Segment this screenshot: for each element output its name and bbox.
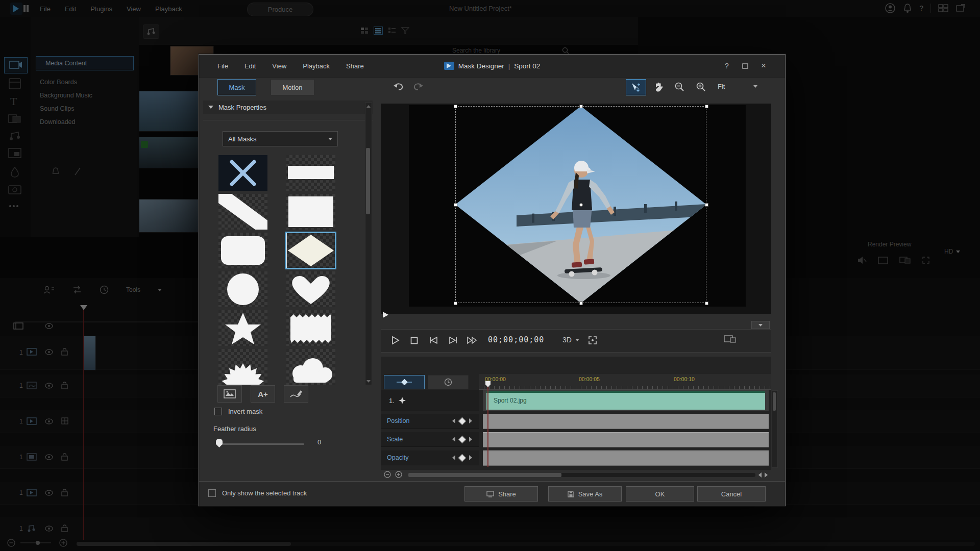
mask-list-scrollbar[interactable]: [365, 103, 372, 385]
zoom-in-tool-button[interactable]: [692, 79, 709, 94]
zoom-fit-dropdown[interactable]: Fit: [718, 83, 757, 90]
collapse-panel-button[interactable]: [751, 321, 770, 329]
prev-keyframe-icon[interactable]: [452, 455, 455, 460]
mask-item-bar[interactable]: [286, 155, 335, 191]
scrollbar-thumb[interactable]: [366, 148, 370, 214]
image-mask-button[interactable]: [217, 385, 242, 403]
kf-playhead-line[interactable]: [487, 387, 488, 467]
selection-handle-w[interactable]: [454, 203, 457, 207]
kf-opacity-lane[interactable]: [483, 450, 769, 466]
transport-timecode[interactable]: 00;00;00;00: [488, 335, 544, 344]
undo-icon[interactable]: [392, 81, 404, 91]
mask-item-none[interactable]: [218, 155, 267, 191]
mask-item-sunburst[interactable]: [218, 349, 267, 385]
next-keyframe-icon[interactable]: [469, 418, 472, 423]
select-tool-button[interactable]: [626, 79, 646, 95]
next-keyframe-icon[interactable]: [469, 455, 472, 460]
scroll-down-icon[interactable]: [366, 380, 371, 383]
feather-slider-handle[interactable]: [216, 439, 223, 447]
scroll-right-icon[interactable]: [765, 472, 768, 478]
mask-item-rectangle[interactable]: [286, 194, 335, 230]
selection-handle-center[interactable]: [579, 203, 583, 207]
draw-mask-button[interactable]: [284, 385, 308, 403]
play-button[interactable]: [389, 334, 402, 346]
duration-tab[interactable]: [428, 375, 469, 389]
hand-tool-button[interactable]: [649, 79, 667, 94]
mask-item-diamond-selected[interactable]: [286, 233, 335, 268]
all-masks-dropdown[interactable]: All Masks: [223, 131, 338, 146]
mask-properties-header[interactable]: Mask Properties: [203, 101, 373, 114]
save-as-button[interactable]: Save As: [548, 486, 622, 502]
kf-scale-lane[interactable]: [483, 432, 769, 447]
next-frame-button[interactable]: [446, 334, 459, 346]
selection-handle-ne[interactable]: [705, 105, 708, 108]
kf-position-header[interactable]: Position: [381, 414, 479, 429]
kf-ruler-stamp: 00:00:05: [579, 376, 600, 382]
scroll-left-icon[interactable]: [758, 472, 762, 478]
dialog-close-button[interactable]: ×: [757, 60, 770, 71]
share-button[interactable]: Share: [464, 486, 538, 502]
selection-handle-se[interactable]: [705, 302, 708, 305]
zoom-out-tool-button[interactable]: [671, 79, 688, 94]
mask-item-clouds[interactable]: [286, 349, 335, 385]
invert-mask-checkbox[interactable]: [214, 408, 222, 415]
selection-handle-s[interactable]: [579, 302, 583, 305]
3d-label: 3D: [562, 336, 572, 344]
kf-zoom-out-icon[interactable]: [384, 471, 391, 478]
kf-track-header[interactable]: 1.: [381, 390, 479, 411]
mask-item-heart[interactable]: [286, 271, 335, 307]
dlg-menu-file[interactable]: File: [217, 62, 228, 70]
fast-forward-button[interactable]: [465, 334, 479, 346]
keyframe-ruler[interactable]: [479, 374, 771, 390]
kf-zoom-in-icon[interactable]: [395, 471, 402, 478]
text-mask-button[interactable]: A+: [251, 385, 275, 403]
prev-keyframe-icon[interactable]: [452, 418, 455, 423]
prev-keyframe-icon[interactable]: [452, 437, 455, 442]
add-keyframe-icon[interactable]: [458, 435, 467, 443]
mask-item-star[interactable]: [218, 310, 267, 346]
kf-v-scrollbar[interactable]: [772, 390, 778, 468]
dlg-menu-playback[interactable]: Playback: [303, 62, 330, 70]
kf-opacity-header[interactable]: Opacity: [381, 450, 479, 465]
kf-h-scrollbar[interactable]: [408, 473, 755, 477]
fullscreen-button[interactable]: [586, 334, 599, 346]
dialog-maximize-button[interactable]: [739, 60, 751, 71]
feather-radius-label: Feather radius: [213, 425, 256, 433]
selection-handle-sw[interactable]: [454, 302, 457, 305]
kf-position-lane[interactable]: [483, 414, 769, 429]
cancel-button[interactable]: Cancel: [697, 486, 766, 502]
dlg-menu-view[interactable]: View: [272, 62, 286, 70]
kf-scale-header[interactable]: Scale: [381, 432, 479, 447]
scrollbar-thumb[interactable]: [773, 392, 776, 411]
selection-handle-nw[interactable]: [454, 105, 457, 108]
feather-slider-track[interactable]: [219, 443, 304, 445]
mask-item-rounded-rectangle[interactable]: [218, 233, 267, 268]
dialog-help-button[interactable]: ?: [721, 60, 733, 71]
dlg-menu-edit[interactable]: Edit: [244, 62, 256, 70]
scroll-up-icon[interactable]: [366, 105, 371, 108]
ok-button[interactable]: OK: [626, 486, 694, 502]
tab-motion[interactable]: Motion: [271, 79, 314, 95]
keyframe-tab[interactable]: [384, 375, 425, 389]
3d-mode-dropdown[interactable]: 3D: [562, 336, 579, 344]
tab-mask[interactable]: Mask: [217, 79, 256, 95]
add-keyframe-icon[interactable]: [458, 454, 467, 462]
only-show-track-checkbox[interactable]: [208, 489, 216, 497]
mask-item-circle[interactable]: [218, 271, 267, 307]
add-keyframe-icon[interactable]: [458, 417, 467, 425]
redo-icon[interactable]: [412, 81, 425, 91]
selection-handle-e[interactable]: [705, 203, 708, 207]
dlg-menu-share[interactable]: Share: [346, 62, 364, 70]
mask-item-diagonal[interactable]: [218, 194, 267, 230]
detach-preview-icon[interactable]: [724, 334, 736, 343]
stop-button[interactable]: [407, 334, 421, 346]
selection-handle-n[interactable]: [579, 105, 583, 108]
clip-name: Sport 02.jpg: [486, 393, 765, 404]
previous-frame-button[interactable]: [427, 334, 440, 346]
next-keyframe-icon[interactable]: [469, 437, 472, 442]
kf-clip-lane[interactable]: Sport 02.jpg: [483, 390, 769, 411]
mask-item-zigzag[interactable]: [286, 310, 335, 346]
keyframe-clip[interactable]: Sport 02.jpg: [486, 391, 765, 410]
dialog-titlebar[interactable]: File Edit View Playback Share Mask Desig…: [199, 55, 785, 78]
ok-label: OK: [655, 490, 665, 498]
